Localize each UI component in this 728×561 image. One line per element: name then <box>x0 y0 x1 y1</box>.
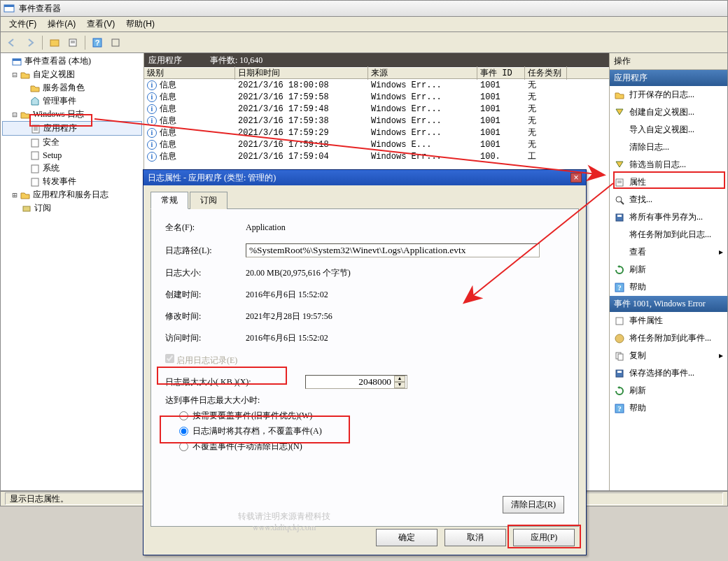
apply-button[interactable]: 应用(P) <box>513 529 575 546</box>
action-event-props[interactable]: 事件属性 <box>610 312 727 329</box>
action-properties[interactable]: 属性 <box>610 173 727 191</box>
action-open-saved[interactable]: 打开保存的日志... <box>610 86 727 104</box>
table-row[interactable]: i信息2021/3/16 17:59:58Windows Err...1001无 <box>144 91 609 103</box>
action-clear-log[interactable]: 清除日志... <box>610 139 727 156</box>
toolbar: ? <box>0 32 728 53</box>
grid-header[interactable]: 级别 日期和时间 来源 事件 ID 任务类别 <box>144 67 609 79</box>
toolbar-separator <box>42 36 43 50</box>
tree-root[interactable]: 事件查看器 (本地) <box>2 55 142 68</box>
action-attach-task[interactable]: 将任务附加到此日志... <box>610 226 727 243</box>
log-properties-dialog: 日志属性 - 应用程序 (类型: 管理的) × 常规 订阅 全名(F):Appl… <box>143 169 587 555</box>
tree-label: 自定义视图 <box>33 69 75 80</box>
list-title: 应用程序 <box>148 55 210 66</box>
created-label: 创建时间: <box>165 289 246 301</box>
action-import-custom[interactable]: 导入自定义视图... <box>610 121 727 139</box>
accessed-label: 访问时间: <box>165 332 246 344</box>
action-find[interactable]: 查找... <box>610 191 727 208</box>
dialog-titlebar[interactable]: 日志属性 - 应用程序 (类型: 管理的) × <box>144 170 586 185</box>
full-name-value: Application <box>246 222 286 233</box>
col-category[interactable]: 任务类别 <box>525 66 567 80</box>
close-icon[interactable]: × <box>570 173 582 183</box>
action-attach-task2[interactable]: 将任务附加到此事件... <box>610 329 727 347</box>
tree-label: Setup <box>43 150 62 161</box>
table-row[interactable]: i信息2021/3/16 18:00:08Windows Err...1001无 <box>144 79 609 91</box>
tree-windows-logs[interactable]: ⊟Windows 日志 <box>2 108 142 121</box>
table-row[interactable]: i信息2021/3/16 17:59:04Windows Err...100.工 <box>144 150 609 162</box>
clear-log-button[interactable]: 清除日志(R) <box>503 496 564 513</box>
enable-logging-label: 启用日志记录(E) <box>176 355 237 365</box>
table-row[interactable]: i信息2021/3/16 17:59:18Windows E...1001无 <box>144 139 609 150</box>
col-event-id[interactable]: 事件 ID <box>477 66 525 80</box>
back-button[interactable] <box>4 34 20 51</box>
radio-overwrite[interactable]: 按需要覆盖事件(旧事件优先)(W) <box>179 410 564 422</box>
tree-server-roles[interactable]: 服务器角色 <box>2 81 142 94</box>
tree-setup[interactable]: Setup <box>2 149 142 162</box>
log-size-value: 20.00 MB(20,975,616 个字节) <box>246 267 351 279</box>
log-path-input[interactable] <box>246 243 540 257</box>
list-count: 事件数: 10,640 <box>210 55 262 66</box>
tree-label: 应用程序和服务日志 <box>33 189 108 201</box>
radio-no-overwrite[interactable]: 不覆盖事件(手动清除日志)(N) <box>179 441 564 453</box>
col-level[interactable]: 级别 <box>144 66 235 80</box>
help-button[interactable]: ? <box>89 34 106 51</box>
action-filter[interactable]: 筛选当前日志... <box>610 156 727 173</box>
max-size-field[interactable] <box>306 376 394 388</box>
status-text: 显示日志属性。 <box>10 493 69 505</box>
tree-system[interactable]: 系统 <box>2 162 142 175</box>
tree-forwarded[interactable]: 转发事件 <box>2 175 142 188</box>
action-save-selected[interactable]: 保存选择的事件... <box>610 364 727 382</box>
action-refresh[interactable]: 刷新 <box>610 261 727 278</box>
toolbar-btn-4[interactable] <box>107 34 124 51</box>
svg-rect-32 <box>618 354 623 360</box>
radio-archive[interactable]: 日志满时将其存档，不覆盖事件(A) <box>179 425 564 437</box>
tree-admin-events[interactable]: 管理事件 <box>2 94 142 108</box>
action-save-all[interactable]: 将所有事件另存为... <box>610 208 727 226</box>
tree-subscriptions[interactable]: 订阅 <box>2 201 142 215</box>
action-help[interactable]: ?帮助 <box>610 278 727 296</box>
spin-down-icon[interactable]: ▼ <box>394 382 405 388</box>
action-help2[interactable]: ?帮助 <box>610 399 727 417</box>
action-view[interactable]: 查看▸ <box>610 243 727 261</box>
svg-rect-17 <box>31 165 38 173</box>
accessed-value: 2016年6月6日 15:52:02 <box>246 332 328 344</box>
menu-view[interactable]: 查看(V) <box>81 17 120 31</box>
tree-application[interactable]: 应用程序 <box>2 121 142 136</box>
menu-help[interactable]: 帮助(H) <box>120 17 160 31</box>
forward-button[interactable] <box>22 34 38 51</box>
table-row[interactable]: i信息2021/3/16 17:59:38Windows Err...1001无 <box>144 115 609 127</box>
tree-security[interactable]: 安全 <box>2 136 142 149</box>
svg-text:?: ? <box>95 38 100 47</box>
table-row[interactable]: i信息2021/3/16 17:59:48Windows Err...1001无 <box>144 103 609 115</box>
ok-button[interactable]: 确定 <box>376 529 438 546</box>
table-row[interactable]: i信息2021/3/16 17:59:29Windows Err...1001无 <box>144 127 609 139</box>
svg-rect-1 <box>4 5 14 7</box>
action-refresh2[interactable]: 刷新 <box>610 382 727 399</box>
menu-action[interactable]: 操作(A) <box>42 17 81 31</box>
watermark: 转载请注明来源青橙科技 www.daliqckj.com <box>238 511 330 533</box>
grid-rows[interactable]: i信息2021/3/16 18:00:08Windows Err...1001无… <box>144 79 609 162</box>
toolbar-btn-2[interactable] <box>64 34 81 51</box>
toolbar-btn-1[interactable] <box>46 34 63 51</box>
app-icon <box>4 3 15 14</box>
when-max-label: 达到事件日志最大大小时: <box>165 395 564 406</box>
dialog-title-text: 日志属性 - 应用程序 (类型: 管理的) <box>148 172 276 184</box>
list-header: 应用程序 事件数: 10,640 <box>144 53 609 67</box>
tree-panel[interactable]: 事件查看器 (本地) ⊟自定义视图 服务器角色 管理事件 ⊟Windows 日志… <box>1 53 144 490</box>
action-create-custom[interactable]: 创建自定义视图... <box>610 104 727 121</box>
action-copy[interactable]: 复制▸ <box>610 347 727 364</box>
svg-rect-16 <box>31 152 38 159</box>
cancel-button[interactable]: 取消 <box>444 529 506 546</box>
menu-file[interactable]: 文件(F) <box>4 17 42 31</box>
tab-general[interactable]: 常规 <box>150 192 188 209</box>
col-datetime[interactable]: 日期和时间 <box>235 66 368 80</box>
spin-up-icon[interactable]: ▲ <box>394 376 405 382</box>
window-title: 事件查看器 <box>19 3 61 15</box>
tab-subscribe[interactable]: 订阅 <box>190 192 227 209</box>
tree-label: 转发事件 <box>43 176 76 187</box>
svg-rect-34 <box>617 371 622 373</box>
col-source[interactable]: 来源 <box>368 66 477 80</box>
tree-custom-views[interactable]: ⊟自定义视图 <box>2 68 142 81</box>
max-size-input[interactable]: ▲▼ <box>305 375 407 389</box>
tree-app-service-logs[interactable]: ⊞应用程序和服务日志 <box>2 188 142 201</box>
created-value: 2016年6月6日 15:52:02 <box>246 289 328 301</box>
